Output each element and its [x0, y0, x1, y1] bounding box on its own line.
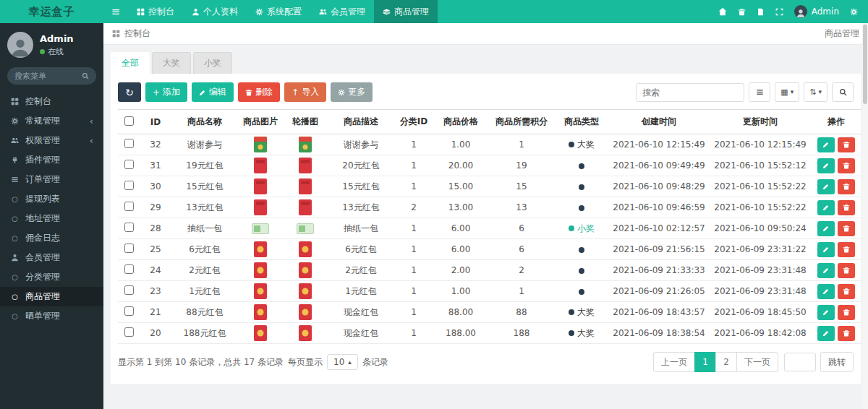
row-checkbox[interactable]	[124, 181, 134, 190]
row-edit-button[interactable]	[817, 284, 835, 299]
row-checkbox[interactable]	[124, 327, 134, 337]
nav-item-config[interactable]: 系统配置	[247, 0, 310, 23]
column-header-price[interactable]: 商品价格	[433, 110, 488, 134]
row-checkbox[interactable]	[124, 202, 134, 211]
row-delete-button[interactable]	[838, 137, 855, 152]
row-edit-button[interactable]	[817, 179, 835, 194]
sidebar-item-order[interactable]: 订单管理	[0, 170, 103, 189]
column-header-name[interactable]: 商品名称	[171, 110, 238, 134]
nav-item-member[interactable]: 会员管理	[310, 0, 374, 23]
row-delete-button[interactable]	[838, 326, 855, 341]
sidebar-item-product[interactable]: ○ 商品管理	[0, 287, 103, 306]
sidebar-item-plugin[interactable]: 插件管理	[0, 150, 103, 170]
sidebar-item-withdraw[interactable]: ○ 提现列表	[0, 189, 103, 209]
sidebar-item-category[interactable]: ○ 分类管理	[0, 267, 103, 287]
sidebar-item-general[interactable]: 常规管理 ‹	[0, 111, 103, 131]
row-checkbox[interactable]	[124, 139, 134, 148]
sidebar-item-commission[interactable]: ○ 佣金日志	[0, 228, 103, 248]
row-delete-button[interactable]	[838, 305, 855, 320]
fullscreen-icon[interactable]	[775, 8, 783, 16]
row-checkbox[interactable]	[124, 160, 134, 169]
row-edit-button[interactable]	[817, 200, 835, 215]
edit-button[interactable]: 编辑	[192, 82, 234, 102]
select-all-checkbox[interactable]	[124, 116, 134, 126]
row-delete-button[interactable]	[838, 221, 855, 236]
column-header-desc[interactable]: 商品描述	[328, 110, 394, 134]
view-toggle-button[interactable]	[749, 82, 770, 102]
carousel-image	[299, 325, 312, 341]
file-icon[interactable]	[757, 8, 765, 16]
sidebar-toggle-button[interactable]: ≡	[103, 0, 128, 23]
row-delete-button[interactable]	[838, 158, 855, 173]
row-checkbox[interactable]	[124, 223, 134, 232]
trash-icon[interactable]	[738, 8, 746, 16]
tab-big-prize[interactable]: 大奖	[152, 52, 191, 74]
jump-page-input[interactable]	[784, 353, 816, 371]
columns-dropdown-button[interactable]: ▦▾	[775, 82, 799, 102]
column-header-points[interactable]: 商品所需积分	[488, 110, 555, 134]
add-button[interactable]: +添加	[145, 82, 187, 102]
tab-small-prize[interactable]: 小奖	[193, 52, 232, 74]
scrollbar-thumb[interactable]	[863, 25, 867, 104]
carousel-image	[299, 199, 312, 215]
row-edit-button[interactable]	[817, 263, 835, 278]
per-page-dropdown[interactable]: 10 ▴	[327, 354, 358, 370]
more-button[interactable]: 更多	[331, 82, 373, 102]
home-icon[interactable]	[718, 7, 727, 16]
column-header-type[interactable]: 商品类型	[555, 110, 608, 134]
prev-page-button[interactable]: 上一页	[653, 352, 695, 372]
next-page-button[interactable]: 下一页	[736, 352, 778, 372]
row-edit-button[interactable]	[817, 326, 835, 341]
page-button-1[interactable]: 1	[694, 352, 716, 372]
column-header-id[interactable]: ID	[140, 110, 171, 134]
row-edit-button[interactable]	[817, 242, 835, 257]
cell-create-time: 2021-06-09 21:33:33	[608, 260, 710, 281]
settings-icon[interactable]	[850, 8, 858, 16]
row-delete-button[interactable]	[838, 263, 855, 278]
avatar[interactable]	[7, 32, 33, 58]
column-header-carousel[interactable]: 轮播图	[283, 110, 328, 134]
column-header-image[interactable]: 商品图片	[238, 110, 283, 134]
table-search-input[interactable]	[636, 83, 744, 102]
jump-button[interactable]: 跳转	[820, 352, 854, 372]
cell-update-time: 2021-06-10 15:52:12	[710, 155, 811, 176]
row-edit-button[interactable]	[817, 137, 835, 152]
delete-button[interactable]: 删除	[238, 82, 280, 102]
row-delete-button[interactable]	[838, 242, 855, 257]
sidebar-item-order-show[interactable]: ○ 晒单管理	[0, 306, 103, 326]
sidebar-item-permission[interactable]: 权限管理 ‹	[0, 131, 103, 150]
sidebar-item-console[interactable]: 控制台	[0, 92, 103, 111]
user-menu[interactable]: Admin	[794, 5, 839, 18]
row-delete-button[interactable]	[838, 179, 855, 194]
scrollbar[interactable]	[862, 23, 868, 409]
nav-item-profile[interactable]: 个人资料	[183, 0, 247, 23]
nav-item-console[interactable]: 控制台	[128, 0, 183, 23]
row-edit-button[interactable]	[817, 305, 835, 320]
row-edit-button[interactable]	[817, 158, 835, 173]
product-image	[254, 158, 267, 173]
column-header-create-time[interactable]: 创建时间	[608, 110, 710, 134]
sidebar-item-address[interactable]: ○ 地址管理	[0, 209, 103, 228]
row-delete-button[interactable]	[838, 284, 855, 299]
refresh-button[interactable]: ↻	[118, 82, 141, 102]
import-button[interactable]: ↑导入	[284, 82, 326, 102]
menu-search-input[interactable]	[14, 72, 77, 81]
sidebar-item-member[interactable]: 会员管理	[0, 248, 103, 267]
row-checkbox[interactable]	[124, 285, 134, 295]
column-header-category-id[interactable]: 分类ID	[394, 110, 433, 134]
nav-item-product[interactable]: 商品管理	[374, 0, 438, 23]
page-button-2[interactable]: 2	[715, 352, 737, 372]
column-header-update-time[interactable]: 更新时间	[710, 110, 811, 134]
row-delete-button[interactable]	[838, 200, 855, 215]
row-checkbox[interactable]	[124, 244, 134, 253]
tab-all[interactable]: 全部	[111, 52, 150, 74]
row-checkbox[interactable]	[124, 264, 134, 274]
row-edit-button[interactable]	[817, 221, 835, 236]
search-icon[interactable]	[82, 72, 89, 79]
row-checkbox[interactable]	[124, 306, 134, 316]
search-toggle-button[interactable]	[832, 82, 854, 102]
export-dropdown-button[interactable]: ⇅▾	[804, 82, 827, 102]
sidebar-menu: 控制台 常规管理 ‹ 权限管理 ‹ 插件管理 订单管理 ○ 提现列表 ○ 地址管…	[0, 92, 103, 326]
breadcrumb-left[interactable]: 控制台	[124, 27, 150, 40]
app-logo[interactable]: 幸运盒子	[0, 0, 103, 23]
